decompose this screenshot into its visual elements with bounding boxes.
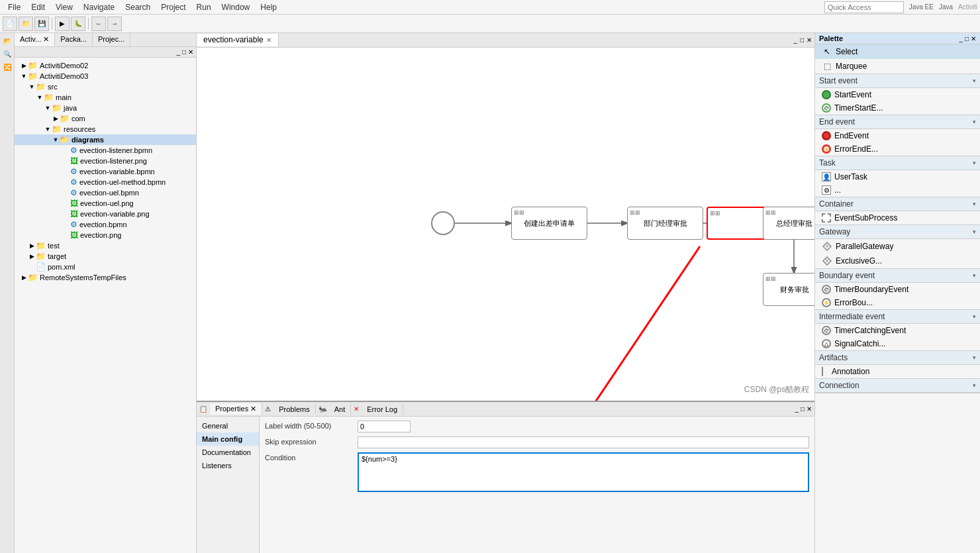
tree-java[interactable]: ▼ 📁 java — [15, 103, 196, 113]
menu-run[interactable]: Run — [191, 1, 217, 13]
props-panel-close[interactable]: ✕ — [807, 405, 812, 413]
tree-evection-listener-bpmn[interactable]: ▶ ⚙ evection-listener.bpmn — [15, 145, 196, 156]
bpmn-task-2[interactable]: ⊞⊞ 部门经理审批 — [627, 207, 703, 240]
palette-item-errorboundary[interactable]: ⚡ ErrorBou... — [815, 296, 980, 309]
tree-evection-listener-png[interactable]: ▶ 🖼 evection-listener.png — [15, 156, 196, 166]
tree-diagrams[interactable]: ▼ 📁 diagrams — [15, 134, 196, 145]
menu-window[interactable]: Window — [217, 1, 256, 13]
toolbar-forward[interactable]: → — [107, 17, 122, 31]
tab-min[interactable]: _ — [793, 36, 797, 44]
props-input-skipexpr[interactable] — [358, 436, 809, 448]
bpmn-canvas-area[interactable]: ⊞⊞ 创建出差申请单 ⊞⊞ 部门经理审批 ⊞⊞ ⊞⊞ 总经理审批 — [197, 48, 814, 401]
tab-packa[interactable]: Packa... — [55, 33, 93, 46]
icon-explore[interactable]: 📂 — [1, 34, 13, 46]
menu-edit[interactable]: Edit — [26, 1, 50, 13]
palette-item-exclusivegateway[interactable]: × ExclusiveG... — [815, 254, 980, 268]
palette-max[interactable]: □ — [965, 35, 969, 42]
toolbar-new[interactable]: 📄 — [3, 17, 17, 31]
tree-evection-uel-bpmn[interactable]: ▶ ⚙ evection-uel.bpmn — [15, 187, 196, 198]
tree-evection-bpmn[interactable]: ▶ ⚙ evection.bpmn — [15, 219, 196, 230]
props-panel-max[interactable]: □ — [801, 405, 805, 413]
props-nav-listeners[interactable]: Listeners — [197, 459, 259, 472]
palette-item-timerboundary[interactable]: ⏱ TimerBoundaryEvent — [815, 283, 980, 296]
palette-section-header-start-event[interactable]: Start event ▾ — [815, 74, 980, 88]
tree-main[interactable]: ▼ 📁 main — [15, 92, 196, 103]
palette-item-othertask[interactable]: ⚙ ... — [815, 183, 980, 197]
palette-item-timercatching[interactable]: ⏱ TimerCatchingEvent — [815, 324, 980, 337]
tab-error-log[interactable]: Error Log — [362, 404, 403, 415]
perspective-activiti[interactable]: Activiti — [958, 3, 977, 11]
tab-activ[interactable]: Activ... ✕ — [15, 33, 55, 46]
perspective-java[interactable]: Java — [939, 3, 953, 11]
palette-item-endevent[interactable]: EndEvent — [815, 129, 980, 142]
tree-target[interactable]: ▶ 📁 target — [15, 251, 196, 262]
palette-section-header-end-event[interactable]: End event ▾ — [815, 115, 980, 129]
tab-projec[interactable]: Projec... — [93, 33, 130, 46]
palette-item-eventsubprocess[interactable]: EventSubProcess — [815, 211, 980, 225]
toolbar-debug[interactable]: 🐛 — [71, 17, 85, 31]
tab-problems[interactable]: Problems — [273, 404, 315, 415]
props-textarea-condition[interactable]: ${num>=3} — [358, 452, 809, 492]
tab-max[interactable]: □ — [800, 36, 804, 44]
toolbar-run[interactable]: ▶ — [55, 17, 70, 31]
toolbar-save[interactable]: 💾 — [34, 17, 49, 31]
bpmn-task-1[interactable]: ⊞⊞ 创建出差申请单 — [511, 207, 587, 240]
tree-resources[interactable]: ▼ 📁 resources — [15, 124, 196, 134]
tree-evection-uel-png[interactable]: ▶ 🖼 evection-uel.png — [15, 198, 196, 209]
palette-section-header-connection[interactable]: Connection ▾ — [815, 379, 980, 393]
palette-item-errorendevent[interactable]: ⚡ ErrorEndE... — [815, 142, 980, 156]
bpmn-start-event[interactable] — [431, 211, 455, 235]
quick-access-input[interactable] — [824, 1, 904, 13]
bpmn-task-5[interactable]: ⊞⊞ 财务审批 — [763, 273, 814, 306]
menu-search[interactable]: Search — [120, 1, 156, 13]
menu-project[interactable]: Project — [156, 1, 191, 13]
props-panel-min[interactable]: _ — [795, 405, 799, 413]
menu-navigate[interactable]: Navigate — [78, 1, 120, 13]
panel-close[interactable]: ✕ — [188, 48, 193, 56]
tree-evection-variable-bpmn[interactable]: ▶ ⚙ evection-variable.bpmn — [15, 166, 196, 177]
bpmn-task-4[interactable]: ⊞⊞ 总经理审批 — [763, 207, 814, 240]
palette-item-timerstart[interactable]: ⏱ TimerStartE... — [815, 101, 980, 115]
menu-view[interactable]: View — [50, 1, 78, 13]
palette-item-usertask[interactable]: 👤 UserTask — [815, 170, 980, 183]
tree-activitidemo02[interactable]: ▶ 📁 ActivitiDemo02 — [15, 60, 196, 71]
palette-item-startevent[interactable]: StartEvent — [815, 88, 980, 101]
tree-evection-png[interactable]: ▶ 🖼 evection.png — [15, 230, 196, 240]
toolbar-back[interactable]: ← — [91, 17, 106, 31]
palette-close[interactable]: ✕ — [971, 35, 976, 42]
palette-section-header-boundary-event[interactable]: Boundary event ▾ — [815, 269, 980, 283]
icon-search[interactable]: 🔍 — [1, 48, 13, 60]
palette-min[interactable]: _ — [959, 35, 963, 42]
palette-section-header-intermediate-event[interactable]: Intermediate event ▾ — [815, 310, 980, 324]
tree-remotesystems[interactable]: ▶ 📁 RemoteSystemsTempFiles — [15, 272, 196, 283]
palette-item-signalcatching[interactable]: △ SignalCatchi... — [815, 337, 980, 350]
tree-evection-uel-method-bpmn[interactable]: ▶ ⚙ evection-uel-method.bpmn — [15, 177, 196, 187]
panel-maximize[interactable]: □ — [182, 48, 186, 56]
tree-activitidemo03[interactable]: ▼ 📁 ActivitiDemo03 — [15, 71, 196, 81]
props-input-labelwidth[interactable] — [358, 421, 411, 432]
tree-pom[interactable]: ▶ 📄 pom.xml — [15, 262, 196, 272]
palette-item-annotation[interactable]: Annotation — [815, 365, 980, 378]
palette-item-parallelgateway[interactable]: + ParallelGateway — [815, 239, 980, 254]
perspective-javaee[interactable]: Java EE — [909, 3, 934, 11]
tab-properties[interactable]: Properties ✕ — [210, 403, 262, 415]
bpmn-task-3-highlighted[interactable]: ⊞⊞ — [707, 207, 766, 240]
palette-item-marquee[interactable]: ⬚ Marquee — [815, 59, 980, 74]
icon-git[interactable]: 🔀 — [1, 61, 13, 73]
palette-item-select[interactable]: ↖ Select — [815, 44, 980, 59]
palette-section-header-task[interactable]: Task ▾ — [815, 156, 980, 170]
palette-section-header-gateway[interactable]: Gateway ▾ — [815, 225, 980, 239]
tab-evection-variable[interactable]: evection-variable ✕ — [197, 34, 279, 46]
menu-file[interactable]: File — [3, 1, 26, 13]
props-nav-general[interactable]: General — [197, 419, 259, 432]
props-nav-mainconfig[interactable]: Main config — [197, 432, 259, 446]
tree-com[interactable]: ▶ 📁 com — [15, 113, 196, 124]
tab-ant[interactable]: Ant — [329, 404, 352, 415]
toolbar-open[interactable]: 📁 — [19, 17, 33, 31]
palette-section-header-container[interactable]: Container ▾ — [815, 197, 980, 211]
tab-evection-variable-close[interactable]: ✕ — [266, 36, 271, 44]
menu-help[interactable]: Help — [255, 1, 282, 13]
panel-minimize[interactable]: _ — [176, 48, 180, 56]
tab-close[interactable]: ✕ — [807, 36, 812, 44]
palette-section-header-artifacts[interactable]: Artifacts ▾ — [815, 351, 980, 365]
